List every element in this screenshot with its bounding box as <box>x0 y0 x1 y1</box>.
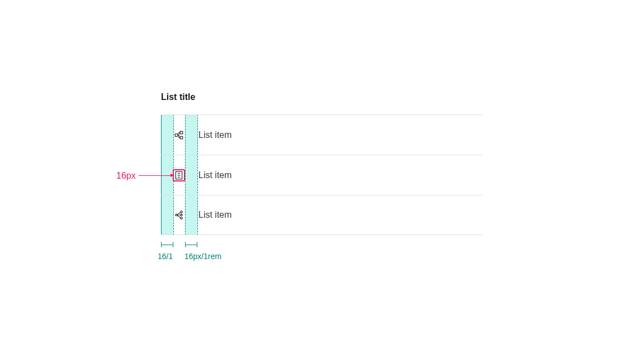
parent-child-icon <box>173 130 184 141</box>
list-item[interactable]: List item <box>161 195 482 235</box>
list-item-label: List item <box>198 170 232 180</box>
measure-label-left: 16/1 <box>158 252 173 261</box>
measure-label-right: 16px/1rem <box>184 252 221 261</box>
list-item-label: List item <box>198 210 232 220</box>
svg-rect-2 <box>180 131 183 134</box>
annotation-pointer <box>139 175 173 176</box>
list-item[interactable]: List item <box>161 155 482 195</box>
svg-point-9 <box>181 217 182 219</box>
data-connected-icon <box>173 209 184 221</box>
list-item[interactable]: List item <box>161 114 482 155</box>
list-item-label: List item <box>198 130 232 140</box>
list-wrapper: 16px List item <box>161 114 482 235</box>
svg-rect-1 <box>180 136 183 139</box>
svg-point-8 <box>181 214 182 216</box>
measure-bar <box>185 242 197 247</box>
measure-bar <box>161 242 173 247</box>
spec-diagram: List title 16px List item <box>161 92 482 235</box>
icon-highlight-box <box>173 169 185 181</box>
svg-point-7 <box>181 211 182 213</box>
list: List item List item <box>161 114 482 235</box>
svg-rect-0 <box>175 133 178 136</box>
svg-point-10 <box>176 214 177 216</box>
icon-size-annotation: 16px <box>116 171 136 181</box>
list-title: List title <box>161 92 482 102</box>
